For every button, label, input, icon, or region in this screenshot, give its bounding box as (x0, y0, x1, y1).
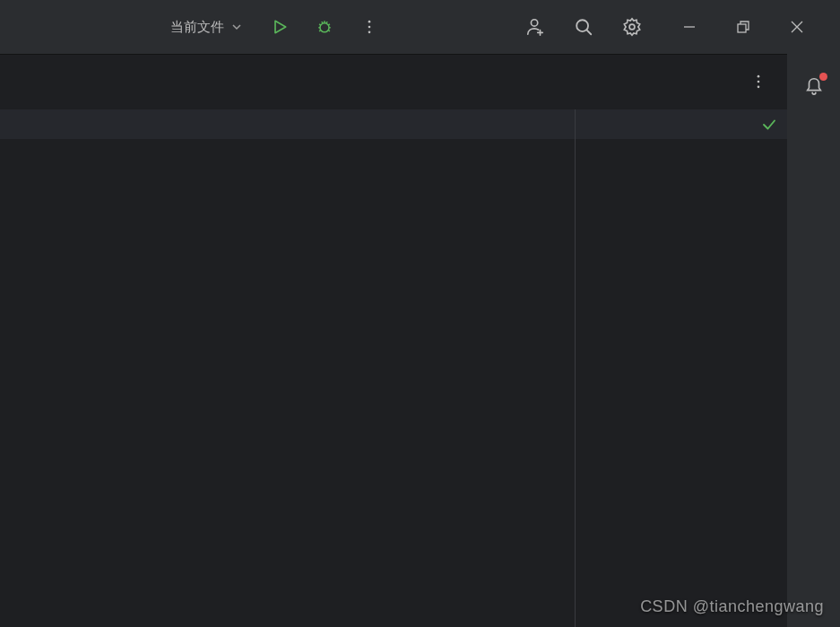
svg-point-2 (368, 26, 371, 29)
notifications-button[interactable] (796, 68, 832, 104)
run-config-selector[interactable]: 当前文件 (160, 13, 253, 41)
run-icon (271, 18, 289, 36)
check-icon (761, 117, 777, 133)
run-config-label: 当前文件 (170, 19, 224, 36)
close-icon (791, 21, 803, 33)
editor-breadcrumb (0, 109, 575, 139)
add-user-icon (525, 17, 545, 37)
settings-button[interactable] (614, 9, 650, 45)
chevron-down-icon (231, 22, 242, 32)
restore-button[interactable] (716, 9, 770, 45)
svg-point-8 (758, 75, 760, 78)
svg-point-9 (758, 81, 760, 83)
titlebar-left-group: 当前文件 (160, 9, 387, 45)
search-icon (574, 17, 593, 37)
editor-right-toolbar (576, 109, 787, 139)
debug-button[interactable] (307, 9, 342, 45)
debug-icon (316, 18, 333, 36)
window-controls (662, 9, 824, 45)
more-icon (749, 73, 767, 91)
editor-area (0, 109, 787, 627)
close-button[interactable] (770, 9, 824, 45)
titlebar: 当前文件 (0, 0, 840, 54)
titlebar-right-group (517, 9, 824, 45)
restore-icon (737, 21, 749, 33)
svg-point-6 (629, 24, 635, 30)
right-sidebar (787, 54, 840, 627)
minimize-icon (683, 21, 696, 33)
svg-point-4 (531, 20, 537, 26)
svg-point-1 (368, 21, 371, 23)
tab-bar (0, 54, 787, 109)
svg-point-3 (368, 31, 371, 34)
editor-right-pane[interactable] (575, 109, 787, 627)
tab-more-button[interactable] (740, 64, 776, 100)
notification-dot (819, 73, 827, 81)
settings-icon (622, 17, 642, 37)
svg-point-10 (758, 86, 760, 89)
separator (0, 54, 840, 55)
minimize-button[interactable] (662, 9, 716, 45)
svg-point-0 (320, 23, 329, 32)
analysis-status[interactable] (758, 114, 780, 135)
editor-main-pane[interactable] (0, 109, 575, 627)
more-icon (360, 18, 378, 36)
svg-rect-7 (738, 24, 746, 32)
search-button[interactable] (566, 9, 602, 45)
run-button[interactable] (262, 9, 298, 45)
more-button[interactable] (351, 9, 387, 45)
collab-button[interactable] (517, 9, 553, 45)
